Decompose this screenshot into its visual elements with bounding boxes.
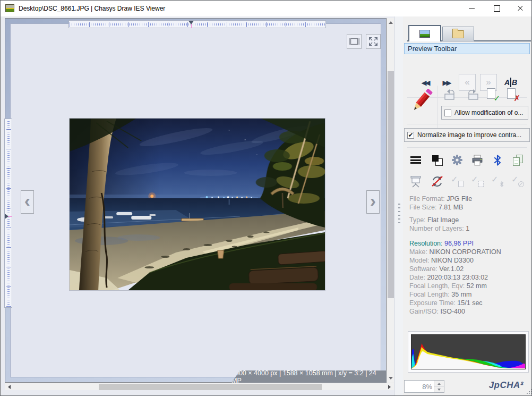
tab-browse[interactable] (442, 27, 474, 41)
bluetooth-icon (493, 155, 502, 166)
zoom-value[interactable]: 8% (422, 383, 432, 391)
slideshow-button[interactable] (407, 174, 424, 189)
panel-tabstrip (407, 25, 531, 41)
histogram-chart (411, 335, 525, 369)
image-icon (419, 30, 430, 38)
projector-screen-icon (409, 175, 422, 188)
file-size-line: File Size: 7.81 MB (409, 204, 526, 212)
bluetooth-send-button[interactable] (489, 153, 506, 167)
maximize-icon (494, 5, 500, 12)
check-blocked-icon: ✓ (511, 175, 524, 187)
file-info-block: File Format: JPG File File Size: 7.81 MB… (409, 195, 526, 316)
auto-none-toggle-disabled[interactable]: ✓ (509, 174, 526, 189)
close-button[interactable] (508, 1, 532, 16)
make-line: Make: NIKON CORPORATION (409, 248, 526, 257)
histogram-panel (408, 331, 529, 373)
rotate-left-icon (443, 88, 457, 101)
type-line: Type: Flat Image (409, 216, 526, 225)
exposure-line: Exposure Time: 15/1 sec (409, 299, 526, 308)
discard-changes-button[interactable]: ✗ (503, 86, 523, 104)
file-format-line: File Format: JPG File (409, 195, 526, 204)
auto-paste-toggle-disabled[interactable]: ✓ (469, 174, 486, 189)
histogram-plot (411, 334, 526, 369)
separator (407, 147, 527, 148)
normalize-checkbox[interactable]: ✔ (407, 132, 414, 139)
viewer-area: ‹ › 6000 × 4000 px | 1588 × 1058 mm | x/… (1, 16, 394, 396)
splitter-grip-icon (398, 204, 400, 223)
vertical-ruler[interactable] (4, 119, 12, 308)
next-image-button[interactable]: › (366, 190, 380, 214)
image-info-statusbar: 6000 × 4000 px | 1588 × 1058 mm | x/y = … (231, 370, 387, 383)
horizontal-scrollbar[interactable] (5, 383, 394, 390)
pencil-icon (410, 88, 433, 114)
photo-preview[interactable] (70, 119, 325, 290)
scroll-right-arrow[interactable] (388, 385, 391, 389)
software-line: Software: Ver.1.02 (409, 265, 526, 274)
horizontal-ruler-ticks (70, 21, 325, 27)
horizontal-ruler[interactable] (68, 20, 326, 28)
scroll-up-arrow[interactable] (389, 21, 393, 24)
vertical-ruler-ticks (5, 120, 11, 307)
resize-grip[interactable] (526, 389, 531, 394)
vertical-scrollbar-thumb[interactable] (388, 71, 394, 298)
menu-button[interactable] (407, 153, 424, 167)
check-icon: ✔ (408, 132, 413, 138)
check-bluetooth-icon: ✓ (491, 175, 504, 187)
no-sync-icon (431, 175, 443, 188)
folder-icon (452, 30, 464, 38)
spinner-up-icon (437, 383, 441, 385)
layers-line: Number of Layers: 1 (409, 225, 526, 233)
fit-icon (349, 38, 359, 45)
title-bar[interactable]: Desktop\DSC_8661.JPG | Chasys Draw IES V… (1, 1, 531, 16)
auto-bluetooth-toggle-disabled[interactable]: ✓ (489, 174, 506, 189)
fullscreen-button[interactable] (366, 34, 381, 49)
fullscreen-icon (368, 37, 378, 46)
tab-preview[interactable] (408, 25, 441, 41)
copy-button[interactable] (509, 153, 526, 167)
scroll-left-arrow[interactable] (8, 385, 11, 389)
gear-icon (451, 154, 463, 166)
separator (437, 86, 437, 132)
app-icon (5, 4, 14, 12)
auto-copy-toggle-disabled[interactable]: ✓ (449, 174, 466, 189)
hamburger-menu-icon (410, 156, 421, 164)
allow-modification-checkbox[interactable] (444, 109, 451, 116)
fit-to-window-button[interactable] (347, 34, 362, 49)
document-check-icon: ✓ (486, 88, 499, 101)
printer-icon (471, 155, 484, 166)
allow-modification-checkbox-row[interactable]: Allow modification of o... (441, 106, 528, 120)
window-title: Desktop\DSC_8661.JPG | Chasys Draw IES V… (19, 5, 165, 12)
horizontal-scrollbar-thumb[interactable] (99, 384, 322, 390)
background-color-button[interactable] (428, 153, 445, 167)
previous-image-button[interactable]: ‹ (21, 190, 34, 214)
print-button[interactable] (469, 153, 486, 167)
resolution-line: Resolution: 96,96 PPI (409, 240, 526, 248)
iso-line: Gain/ISO: ISO-400 (409, 308, 526, 316)
focal-eqv-line: Focal Length, Eqv: 52 mm (409, 282, 526, 291)
allow-modification-label: Allow modification of o... (454, 109, 523, 116)
vertical-scrollbar[interactable] (387, 18, 394, 383)
zoom-spin-buttons (434, 381, 444, 392)
maximize-button[interactable] (485, 1, 509, 16)
zoom-spinner[interactable]: 8% (404, 380, 444, 393)
rotate-right-button[interactable] (462, 86, 483, 104)
normalize-checkbox-row[interactable]: ✔ Normalize image to improve contra... (404, 128, 530, 142)
scroll-down-arrow[interactable] (389, 377, 393, 380)
horizontal-ruler-marker[interactable] (188, 21, 194, 24)
side-panel: Preview Toolbar ◀◀ ▶▶ « » AB (403, 16, 532, 396)
rotate-left-button[interactable] (440, 86, 460, 104)
minimize-button[interactable] (459, 1, 484, 16)
vertical-ruler-marker[interactable] (5, 214, 8, 219)
disable-sync-button[interactable] (428, 174, 445, 189)
model-line: Model: NIKON D3300 (409, 257, 526, 265)
separator (407, 124, 527, 124)
rotate-right-icon (466, 88, 479, 101)
zoom-decrease-button[interactable] (434, 386, 444, 392)
jpcha-logo: JpCHA² (489, 380, 524, 391)
settings-button[interactable] (449, 153, 466, 167)
panel-splitter[interactable] (394, 16, 403, 396)
apply-changes-button[interactable]: ✓ (483, 86, 503, 104)
edit-image-button[interactable] (409, 85, 434, 117)
focal-line: Focal Length: 35 mm (409, 291, 526, 299)
document-x-icon: ✗ (507, 88, 519, 101)
